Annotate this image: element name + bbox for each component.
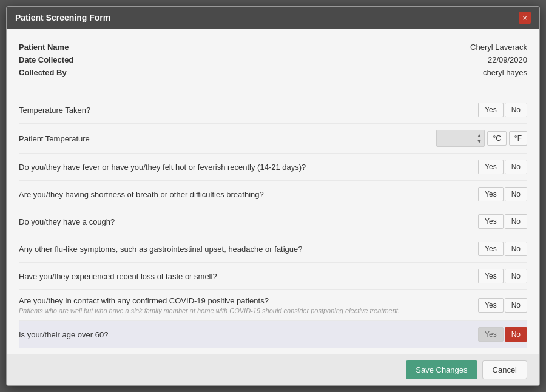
question-label-fever: Do you/they have fever or have you/they … [19, 163, 318, 172]
temperature-input-box[interactable]: ▲▼ [436, 130, 485, 147]
temperature-control: ▲▼°C°F [436, 130, 527, 147]
question-row-fever: Do you/they have fever or have you/they … [19, 154, 527, 181]
modal-body: Patient Name Cheryl Laverack Date Collec… [7, 29, 539, 354]
collected-by-label: Collected By [19, 68, 67, 77]
modal-header: Patient Screening Form × [7, 7, 539, 29]
section-divider [19, 89, 527, 89]
no-button-age_over_60[interactable]: No [505, 327, 527, 342]
question-text-covid_contact: Are you/they in contact with any confirm… [19, 296, 400, 314]
save-button[interactable]: Save Changes [406, 360, 477, 379]
no-button-covid_contact[interactable]: No [505, 298, 527, 313]
yes-button-flu[interactable]: Yes [478, 242, 504, 256]
celsius-button[interactable]: °C [487, 131, 506, 146]
yes-button-breath[interactable]: Yes [478, 187, 504, 201]
collected-by-value: cheryl hayes [483, 68, 527, 77]
btn-group-cough: YesNo [478, 214, 527, 229]
question-row-taste_smell: Have you/they experienced recent loss of… [19, 263, 527, 290]
question-text-flu: Any other flu-like symptoms, such as gas… [19, 245, 315, 254]
question-row-temp_taken: Temperature Taken?YesNo [19, 96, 527, 124]
question-row-flu: Any other flu-like symptoms, such as gas… [19, 235, 527, 263]
question-label-covid_contact: Are you/they in contact with any confirm… [19, 296, 400, 305]
no-button-flu[interactable]: No [505, 242, 527, 256]
btn-group-temp_taken: YesNo [478, 103, 527, 117]
yes-button-covid_contact[interactable]: Yes [478, 298, 504, 313]
question-row-covid_contact: Are you/they in contact with any confirm… [19, 290, 527, 321]
no-button-taste_smell[interactable]: No [505, 269, 527, 283]
modal-footer: Save Changes Cancel [7, 354, 539, 385]
no-button-temp_taken[interactable]: No [505, 103, 527, 117]
question-text-temp_taken: Temperature Taken? [19, 106, 103, 115]
question-row-age_over_60: Is your/their age over 60?YesNo [19, 321, 527, 348]
modal-title: Patient Screening Form [15, 13, 110, 22]
question-label-cough: Do you/they have a cough? [19, 217, 127, 226]
patient-name-value: Cheryl Laverack [470, 42, 527, 52]
no-button-cough[interactable]: No [505, 214, 527, 229]
collected-by-row: Collected By cheryl hayes [19, 66, 527, 79]
yes-button-fever[interactable]: Yes [478, 160, 504, 174]
btn-group-breath: YesNo [478, 187, 527, 201]
btn-group-flu: YesNo [478, 242, 527, 256]
btn-group-taste_smell: YesNo [478, 269, 527, 283]
yes-button-taste_smell[interactable]: Yes [478, 269, 504, 283]
question-label-flu: Any other flu-like symptoms, such as gas… [19, 245, 315, 254]
question-text-breath: Are you/they having shortness of breath … [19, 190, 276, 199]
question-text-age_over_60: Is your/their age over 60? [19, 330, 120, 339]
question-row-cough: Do you/they have a cough?YesNo [19, 208, 527, 235]
date-collected-value: 22/09/2020 [488, 55, 527, 64]
yes-button-age_over_60[interactable]: Yes [478, 327, 504, 342]
question-text-taste_smell: Have you/they experienced recent loss of… [19, 272, 229, 281]
question-label-breath: Are you/they having shortness of breath … [19, 190, 276, 199]
btn-group-covid_contact: YesNo [478, 298, 527, 313]
question-label-patient_temp: Patient Temperature [19, 134, 436, 143]
question-text-cough: Do you/they have a cough? [19, 217, 127, 226]
question-note-covid_contact: Patients who are well but who have a sic… [19, 307, 400, 314]
yes-button-cough[interactable]: Yes [478, 214, 504, 229]
cancel-button[interactable]: Cancel [482, 360, 527, 379]
question-row-breath: Are you/they having shortness of breath … [19, 181, 527, 208]
date-collected-label: Date Collected [19, 55, 73, 64]
patient-screening-modal: Patient Screening Form × Patient Name Ch… [6, 6, 540, 386]
no-button-breath[interactable]: No [505, 187, 527, 201]
yes-button-temp_taken[interactable]: Yes [478, 103, 504, 117]
btn-group-fever: YesNo [478, 160, 527, 174]
patient-name-label: Patient Name [19, 42, 69, 52]
questions-container: Temperature Taken?YesNoPatient Temperatu… [19, 96, 527, 354]
question-label-age_over_60: Is your/their age over 60? [19, 330, 120, 339]
question-label-temp_taken: Temperature Taken? [19, 106, 103, 115]
patient-name-row: Patient Name Cheryl Laverack [19, 41, 527, 53]
btn-group-age_over_60: YesNo [478, 327, 527, 342]
close-button[interactable]: × [519, 12, 531, 24]
question-label-taste_smell: Have you/they experienced recent loss of… [19, 272, 229, 281]
patient-info-section: Patient Name Cheryl Laverack Date Collec… [19, 41, 527, 79]
date-collected-row: Date Collected 22/09/2020 [19, 53, 527, 66]
question-text-fever: Do you/they have fever or have you/they … [19, 163, 318, 172]
question-row-patient_temp: Patient Temperature▲▼°C°F [19, 124, 527, 154]
question-row-heart_disease: Do you/they have heart disease, lung dis… [19, 348, 527, 354]
temperature-spinner[interactable]: ▲▼ [476, 132, 482, 144]
fahrenheit-button[interactable]: °F [509, 131, 527, 146]
no-button-fever[interactable]: No [505, 160, 527, 174]
modal-overlay: Patient Screening Form × Patient Name Ch… [0, 0, 546, 392]
